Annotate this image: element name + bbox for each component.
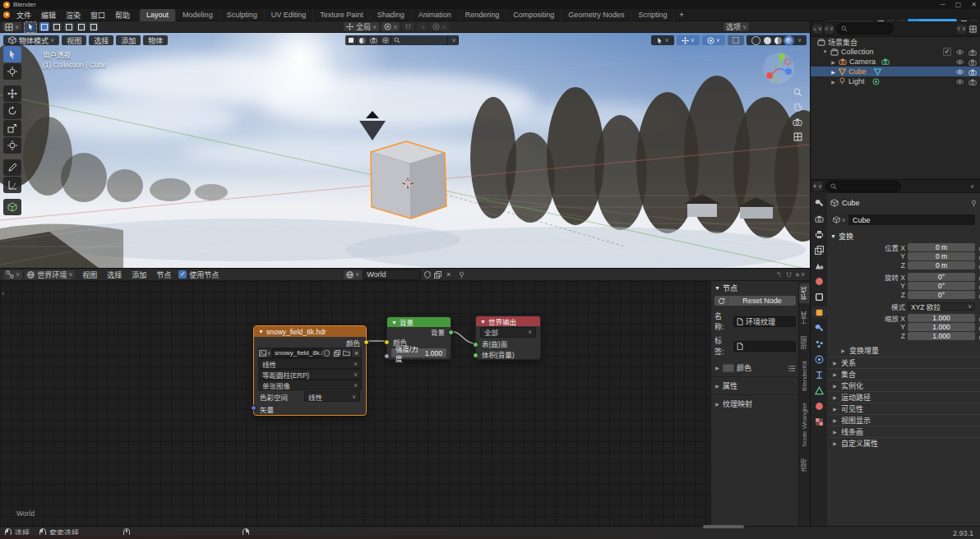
world-tab[interactable] <box>811 275 826 287</box>
node-editor-type-selector[interactable]: ∨ <box>3 270 22 279</box>
workspace-tab[interactable]: Modeling <box>176 9 220 21</box>
world-output-node-header[interactable]: ▼世界输出 <box>476 316 540 326</box>
viewport-search-input[interactable] <box>391 35 448 45</box>
node-color-panel-header[interactable]: ▶ 颜色 <box>711 361 799 375</box>
light-row[interactable]: ▶ Light <box>811 76 980 86</box>
material-tab[interactable] <box>811 400 826 412</box>
outliner-filter-settings-icon[interactable] <box>968 25 978 34</box>
select-mode-new[interactable] <box>39 22 49 31</box>
active-tool-icon[interactable] <box>24 21 37 33</box>
editor-type-selector[interactable]: ∨ <box>2 22 21 31</box>
empty-visibility-icon[interactable] <box>380 35 391 45</box>
node-snap-element-dropdown[interactable]: ∨ <box>796 270 805 279</box>
properties-panel-header[interactable]: ▶ 自定义属性 <box>827 437 980 449</box>
modifiers-tab[interactable] <box>811 322 826 334</box>
move-tool[interactable] <box>3 85 21 102</box>
collection-render-icon[interactable] <box>968 48 977 56</box>
node-color-swatch[interactable] <box>723 364 734 372</box>
light-render-icon[interactable] <box>968 77 977 85</box>
viewport-menu-item[interactable]: 物体 <box>143 35 168 45</box>
menu-item[interactable]: 编辑 <box>36 10 61 21</box>
cube-render-icon[interactable] <box>968 67 977 76</box>
node-editor-scrollbar[interactable] <box>703 525 744 528</box>
world-id-name[interactable]: World <box>363 270 421 280</box>
texture-tab[interactable] <box>811 416 826 427</box>
maximize-button[interactable]: ▢ <box>955 1 962 8</box>
rotation-y-field[interactable]: 0° <box>908 282 975 290</box>
world-id-icon[interactable]: ∨ <box>344 270 362 279</box>
object-name-field[interactable]: Cube <box>848 214 975 225</box>
node-name-field[interactable]: 环境纹理 <box>733 316 796 327</box>
shading-rendered-button[interactable] <box>785 37 793 44</box>
npanel-tab[interactable]: 工具 <box>799 308 810 328</box>
viewport-menu-item[interactable]: 添加 <box>116 35 141 45</box>
camera-view-icon[interactable] <box>791 115 804 128</box>
workspace-tab[interactable]: Sculpting <box>220 9 265 21</box>
location-y-field[interactable]: 0 m <box>908 252 975 260</box>
object-tab[interactable] <box>811 306 826 318</box>
options-dropdown[interactable]: 选项∨ <box>723 22 749 31</box>
texture-mapping-panel-header[interactable]: ▶纹理映射 <box>711 397 799 411</box>
scale-y-field[interactable]: 1.000 <box>908 323 975 331</box>
select-mode-invert[interactable] <box>76 22 86 31</box>
mesh-visibility-icon[interactable] <box>345 35 357 45</box>
env-node-header[interactable]: ▼snowy_field_8k.hdr <box>254 326 366 337</box>
object-data-tab[interactable] <box>811 385 826 396</box>
world-output-node[interactable]: ▼世界输出 全部∨ 表(曲)面 体积(音量) <box>475 316 541 360</box>
source-dropdown[interactable]: 单张图像∨ <box>258 380 362 390</box>
properties-panel-header[interactable]: ▶ 关系 <box>827 357 980 368</box>
zoom-view-icon[interactable] <box>791 85 804 99</box>
image-fake-user-icon[interactable] <box>322 348 332 357</box>
image-name-field[interactable]: snowy_field_8k.h.. <box>272 348 322 357</box>
output-tab[interactable] <box>811 228 826 240</box>
scale-z-field[interactable]: 1.000 <box>908 332 975 340</box>
output-target-dropdown[interactable]: 全部∨ <box>480 327 536 338</box>
menu-item[interactable]: 窗口 <box>86 10 110 21</box>
camera-render-icon[interactable] <box>968 58 977 66</box>
properties-search-input[interactable] <box>825 181 901 192</box>
cursor-tool[interactable] <box>3 63 21 80</box>
view-layer-tab[interactable] <box>811 244 826 256</box>
visibility-dropdown-chevron[interactable]: ∨ <box>448 35 459 45</box>
select-mode-intersect[interactable] <box>89 22 99 31</box>
cube-hide-icon[interactable] <box>955 67 964 76</box>
properties-panel-header[interactable]: ▶ 视图显示 <box>827 414 980 426</box>
properties-panel-header[interactable]: ▶ 集合 <box>827 368 980 380</box>
shading-material-button[interactable] <box>774 37 782 44</box>
ortho-toggle-icon[interactable] <box>791 130 804 143</box>
unlink-world-button[interactable]: × <box>444 270 453 279</box>
shading-dropdown[interactable]: ∨ <box>797 37 802 44</box>
workspace-tab[interactable]: Scripting <box>631 9 674 21</box>
pan-view-icon[interactable] <box>791 100 804 113</box>
app-menu-icon[interactable] <box>3 12 10 18</box>
menu-item[interactable]: 文件 <box>12 10 36 21</box>
reset-node-button[interactable]: Reset Node <box>714 296 796 306</box>
node-menu-item[interactable]: 添加 <box>127 270 151 280</box>
item-panel-header[interactable]: ▶属性 <box>711 379 799 393</box>
transform-panel-header[interactable]: ▼变换 <box>830 231 853 242</box>
npanel-tab[interactable]: BlenderKit <box>800 357 809 394</box>
snap-toggle[interactable] <box>402 22 414 31</box>
parent-tree-icon[interactable]: ↰ <box>775 270 782 279</box>
annotate-tool[interactable] <box>3 159 21 176</box>
background-output-socket[interactable] <box>448 329 454 335</box>
delta-transform-panel-header[interactable]: ▶变换增量 <box>840 345 879 356</box>
collection-row[interactable]: ▼ Collection ✓ <box>811 47 980 57</box>
workspace-tab[interactable]: Animation <box>412 9 459 21</box>
menu-item[interactable]: 渲染 <box>61 10 86 21</box>
vector-input-socket[interactable] <box>251 405 257 411</box>
location-x-field[interactable]: 0 m <box>908 243 975 251</box>
snap-with-dropdown[interactable]: ∨ <box>417 22 428 31</box>
collection-hide-icon[interactable] <box>955 48 964 56</box>
workspace-tab[interactable]: Texture Paint <box>313 9 371 21</box>
shader-type-dropdown[interactable]: 世界环境∨ <box>25 270 75 279</box>
camera-hide-icon[interactable] <box>955 58 964 66</box>
minimize-button[interactable]: ─ <box>941 1 945 8</box>
shading-wireframe-button[interactable] <box>751 36 760 45</box>
add-workspace-button[interactable]: + <box>674 11 688 19</box>
strength-input-socket[interactable] <box>384 353 390 359</box>
projection-dropdown[interactable]: 等距圆柱(ERP)∨ <box>258 369 362 380</box>
workspace-tab[interactable]: Shading <box>371 9 412 21</box>
shading-solid-button[interactable] <box>764 37 771 44</box>
transform-tool[interactable] <box>3 137 21 154</box>
